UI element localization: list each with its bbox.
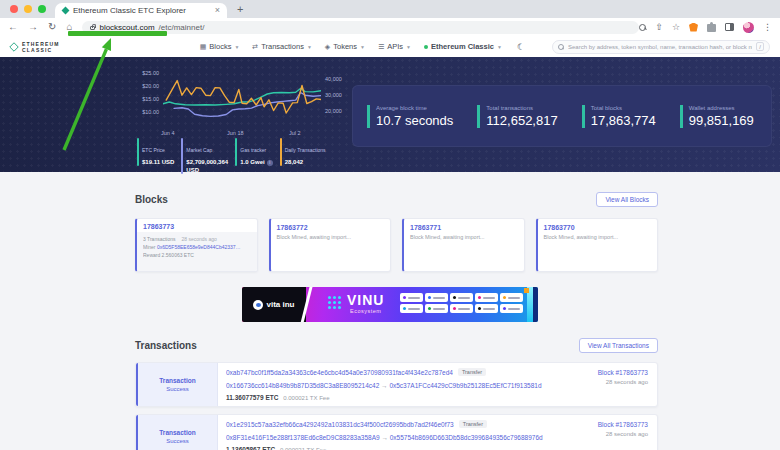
network-status-dot — [424, 45, 428, 49]
transactions-section-title: Transactions — [135, 340, 197, 351]
minimize-window-button[interactable] — [24, 5, 32, 13]
transaction-hash-link[interactable]: 0xab747bc0f1ff5da2a34363c6e4e6cbc4d54a0e… — [226, 369, 453, 376]
block-card[interactable]: 17863772 Block Mined, awaiting import... — [269, 218, 392, 272]
daily-transactions-label: Daily Transactions — [285, 147, 326, 153]
transaction-type: Transaction — [159, 429, 195, 436]
ecosystem-pill[interactable] — [500, 304, 523, 313]
browser-tab[interactable]: Ethereum Classic ETC Explorer × — [55, 3, 227, 18]
nav-transactions[interactable]: ⇄ Transactions ▼ — [252, 42, 311, 51]
ad-choices-marker[interactable] — [524, 288, 529, 293]
bookmark-star-icon[interactable]: ☆ — [672, 23, 680, 32]
vinu-logo-mark — [328, 296, 341, 309]
tokens-coin-icon: ◈ — [325, 43, 330, 51]
ecosystem-pill[interactable] — [450, 304, 473, 313]
browser-menu-icon[interactable]: ⋮ — [763, 23, 772, 32]
y-axis-tick: $10.00 — [137, 109, 159, 115]
y-axis-tick: $15.00 — [137, 96, 159, 102]
transaction-row[interactable]: Transaction Success 0x1e2915c57aa32efb66… — [135, 414, 658, 450]
window-controls[interactable] — [10, 5, 46, 13]
block-card-featured[interactable]: 17863773 3 Transactions28 seconds ago Mi… — [135, 218, 258, 272]
latest-blocks-row: 17863773 3 Transactions28 seconds ago Mi… — [135, 218, 658, 272]
transaction-value: 1.13605867 ETC — [226, 446, 275, 450]
view-all-transactions-button[interactable]: View All Transactions — [579, 338, 658, 353]
block-link[interactable]: Block #17863773 — [574, 369, 648, 376]
chevron-down-icon: ▼ — [360, 44, 365, 50]
transaction-row[interactable]: Transaction Success 0xab747bc0f1ff5da2a3… — [135, 362, 658, 407]
ecosystem-pill[interactable] — [425, 293, 448, 302]
site-search[interactable]: / — [552, 40, 770, 54]
daily-transactions-chip: Daily Transactions 28,042 — [280, 138, 326, 166]
ecosystem-pill[interactable] — [500, 293, 523, 302]
main-navigation: ▦ Blocks ▼ ⇄ Transactions ▼ ◈ Tokens ▼ ☰… — [200, 40, 770, 54]
network-selector[interactable]: Ethereum Classic ▼ — [424, 42, 502, 51]
arrow-right-icon: → — [381, 382, 388, 389]
transaction-age: 28 seconds ago — [574, 379, 648, 385]
annotation-url-highlight — [68, 31, 167, 36]
view-all-blocks-button[interactable]: View All Blocks — [596, 192, 658, 207]
chevron-down-icon: ▼ — [307, 44, 312, 50]
close-window-button[interactable] — [10, 5, 18, 13]
ecosystem-pill[interactable] — [475, 304, 498, 313]
ecosystem-pill[interactable] — [425, 304, 448, 313]
metamask-extension-icon[interactable] — [689, 23, 698, 32]
block-status: Block Mined, awaiting import... — [404, 233, 524, 241]
search-input[interactable] — [568, 44, 752, 50]
gas-tracker-value: 1.0 Gwei — [240, 159, 264, 165]
x-axis-tick: Jun 4 — [161, 130, 174, 136]
vita-inu-name: vita inu — [266, 300, 294, 309]
arrow-right-icon: → — [381, 434, 388, 441]
etc-price-label: ETC Price — [142, 147, 165, 153]
x-axis-tick: Jul 2 — [289, 130, 301, 136]
from-address-link[interactable]: 0x166736cc614b849b9b87D35d8C3a8E8095214c… — [226, 382, 379, 389]
ethereum-classic-logo[interactable]: ethereumclassic — [10, 41, 60, 53]
block-status: Block Mined, awaiting import... — [538, 233, 658, 241]
browser-profile-avatar[interactable] — [743, 22, 754, 33]
block-number-link[interactable]: 17863771 — [404, 224, 524, 233]
to-address-link[interactable]: 0x55754b8696D663Db58dc3996849356c7968897… — [390, 434, 543, 441]
reload-icon[interactable]: ↻ — [48, 22, 56, 32]
back-icon[interactable]: ← — [8, 22, 18, 32]
ecosystem-pill[interactable] — [400, 304, 423, 313]
dark-mode-toggle-icon[interactable]: ☾ — [517, 42, 525, 52]
new-tab-button[interactable]: + — [237, 4, 243, 15]
extensions-puzzle-icon[interactable] — [707, 24, 716, 32]
x-axis-tick: Jun 18 — [227, 130, 244, 136]
stat-value: 112,652,817 — [486, 113, 557, 128]
nav-blocks[interactable]: ▦ Blocks ▼ — [200, 42, 240, 51]
block-number-link[interactable]: 17863770 — [538, 224, 658, 233]
to-address-link[interactable]: 0x5c37A1FCc4429cC9b9b25128Ec5EfC71f91358… — [389, 382, 541, 389]
block-number-link[interactable]: 17863773 — [137, 219, 257, 232]
hero-banner: $25.00 $20.00 $15.00 $10.00 40,000 30,00… — [0, 57, 780, 172]
transfer-badge: Transfer — [458, 368, 486, 376]
nav-apis[interactable]: ☰ APIs ▼ — [378, 42, 411, 51]
block-link[interactable]: Block #17863773 — [574, 421, 648, 428]
share-icon[interactable]: ⇧ — [655, 23, 663, 32]
vinu-ad-banner[interactable]: vita inu VINU Ecosystem — [242, 287, 538, 322]
forward-icon[interactable]: → — [28, 22, 38, 32]
etc-favicon-icon — [62, 7, 70, 15]
maximize-window-button[interactable] — [38, 5, 46, 13]
transaction-status-box: Transaction Success — [136, 363, 218, 406]
block-reward: Reward 2.560063 ETC — [143, 251, 251, 259]
nav-tokens[interactable]: ◈ Tokens ▼ — [325, 42, 365, 51]
miner-address-link[interactable]: 0x6D5F58EE658e9eD844Cb42337… — [157, 244, 241, 250]
total-transactions-stat: Total transactions 112,652,817 — [477, 105, 557, 128]
zoom-icon[interactable] — [639, 24, 646, 31]
info-icon[interactable]: i — [267, 160, 273, 166]
block-tx-count: 3 Transactions — [143, 236, 176, 242]
side-panel-icon[interactable] — [725, 23, 734, 31]
block-number-link[interactable]: 17863772 — [271, 224, 391, 233]
transaction-hash-link[interactable]: 0x1e2915c57aa32efb66ca4292492a103831dc34… — [226, 421, 454, 428]
average-block-time-stat: Average block time 10.7 seconds — [367, 105, 453, 128]
ecosystem-pill[interactable] — [450, 293, 473, 302]
logo-line2: classic — [22, 47, 52, 53]
block-card[interactable]: 17863771 Block Mined, awaiting import... — [402, 218, 525, 272]
from-address-link[interactable]: 0x8F31e416F15e288f1378Ed6c8eD9C88283a358… — [226, 434, 380, 441]
ecosystem-pill[interactable] — [400, 293, 423, 302]
ecosystem-pill[interactable] — [475, 293, 498, 302]
stat-label: Wallet addresses — [689, 105, 754, 111]
block-card[interactable]: 17863770 Block Mined, awaiting import... — [536, 218, 659, 272]
browser-tab-strip: Ethereum Classic ETC Explorer × + — [0, 0, 780, 18]
search-shortcut-badge: / — [756, 42, 764, 51]
tab-close-icon[interactable]: × — [215, 6, 220, 15]
